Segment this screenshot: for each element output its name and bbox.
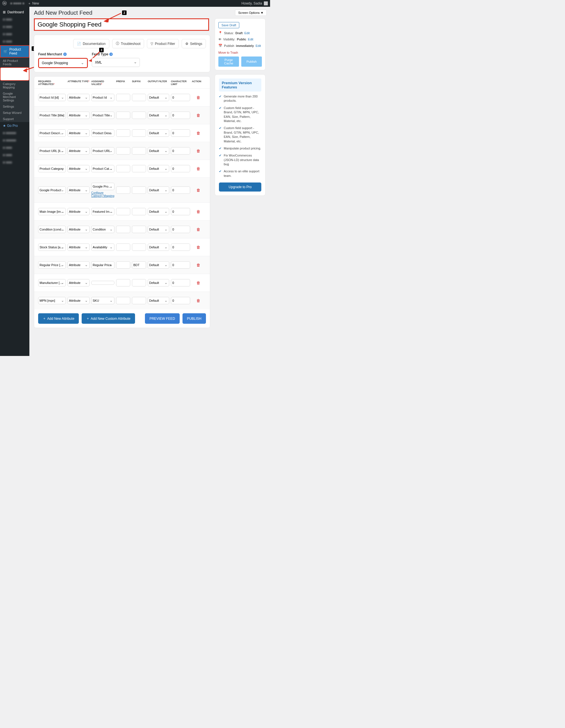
preview-feed-button[interactable]: PREVIEW FEED (145, 313, 180, 324)
new-button[interactable]: ＋New (28, 1, 39, 6)
settings-button[interactable]: ⚙Settings (182, 39, 206, 48)
purge-cache-button[interactable]: Purge Cache (218, 56, 239, 67)
attr-select[interactable]: Manufacturer [brand] (38, 279, 66, 286)
delete-row-button[interactable]: 🗑 (192, 298, 205, 303)
sidebar-support[interactable]: Support (0, 116, 29, 122)
assigned-value-select[interactable]: Product Desc (91, 129, 114, 137)
delete-row-button[interactable]: 🗑 (192, 227, 205, 232)
delete-row-button[interactable]: 🗑 (192, 166, 205, 171)
edit-status-link[interactable]: Edit (244, 31, 250, 35)
prefix-input[interactable] (116, 147, 130, 155)
attr-type-select[interactable]: Attribute (68, 226, 90, 233)
edit-schedule-link[interactable]: Edit (256, 44, 261, 47)
assigned-value-select[interactable]: SKU (91, 297, 114, 304)
prefix-input[interactable] (116, 129, 130, 137)
screen-options-toggle[interactable]: Screen Options ▼ (235, 10, 267, 16)
output-filter-select[interactable]: Default (148, 112, 169, 119)
suffix-input[interactable] (132, 279, 146, 286)
feed-type-select[interactable]: XML (92, 58, 140, 67)
attr-select[interactable]: Main Image [image] (38, 208, 66, 215)
sidebar-category-mapping[interactable]: Category Mapping (0, 81, 29, 90)
char-limit-input[interactable] (171, 186, 190, 194)
troubleshoot-button[interactable]: ⓘTroubleshoot (112, 39, 144, 48)
delete-row-button[interactable]: 🗑 (192, 95, 205, 100)
suffix-input[interactable] (132, 261, 146, 269)
char-limit-input[interactable] (171, 244, 190, 251)
assigned-value-select[interactable]: Product URL (91, 147, 114, 155)
output-filter-select[interactable]: Default (148, 226, 169, 233)
attr-type-select[interactable]: Attribute (68, 279, 90, 286)
sidebar-all-feeds[interactable]: All Product Feeds (0, 58, 29, 67)
sidebar-product-feed[interactable]: 🛒Product Feed (0, 45, 29, 58)
add-custom-attribute-button[interactable]: ＋Add New Custom Attribute (82, 313, 135, 324)
prefix-input[interactable] (116, 279, 130, 286)
attr-select[interactable]: Product Title [title] (38, 112, 66, 119)
publish-feed-button[interactable]: PUBLISH (182, 313, 206, 324)
attr-type-select[interactable]: Attribute (68, 244, 90, 251)
assigned-value-select[interactable]: Product Title (91, 112, 114, 119)
sidebar-add-new-feed[interactable]: Add New Feed (0, 67, 29, 81)
suffix-input[interactable] (132, 129, 146, 137)
attr-type-select[interactable]: Attribute (68, 208, 90, 215)
delete-row-button[interactable]: 🗑 (192, 245, 205, 249)
publish-button[interactable]: Publish (241, 56, 262, 67)
char-limit-input[interactable] (171, 226, 190, 233)
suffix-input[interactable] (132, 244, 146, 251)
prefix-input[interactable] (116, 226, 130, 233)
attr-select[interactable]: Regular Price [price] (38, 261, 66, 269)
char-limit-input[interactable] (171, 147, 190, 155)
suffix-input[interactable] (132, 165, 146, 172)
prefix-input[interactable] (116, 165, 130, 172)
prefix-input[interactable] (116, 297, 130, 304)
delete-row-button[interactable]: 🗑 (192, 188, 205, 192)
char-limit-input[interactable] (171, 112, 190, 119)
attr-select[interactable]: Product Id [id] (38, 94, 66, 101)
sidebar-google-merchant[interactable]: Google Merchant Settings (0, 90, 29, 103)
sidebar-go-pro[interactable]: ★Go Pro (0, 122, 29, 129)
char-limit-input[interactable] (171, 297, 190, 304)
suffix-input[interactable] (132, 94, 146, 101)
output-filter-select[interactable]: Default (148, 129, 169, 137)
attr-select[interactable]: Condition [condition] (38, 226, 66, 233)
attr-select[interactable]: Product Category (38, 165, 66, 172)
assigned-value-select[interactable]: Availability (91, 244, 114, 251)
attr-type-select[interactable]: Attribute (68, 165, 90, 172)
assigned-value-select[interactable]: Condition (91, 226, 114, 233)
attr-select[interactable]: Product Description (38, 129, 66, 137)
move-to-trash-link[interactable]: Move to Trash (218, 51, 262, 54)
output-filter-select[interactable]: Default (148, 186, 169, 194)
output-filter-select[interactable]: Default (148, 147, 169, 155)
attr-type-select[interactable]: Attribute (68, 129, 90, 137)
attr-select[interactable]: Stock Status [availability] (38, 244, 66, 251)
suffix-input[interactable] (132, 147, 146, 155)
upgrade-pro-button[interactable]: Upgrade to Pro (219, 182, 261, 192)
delete-row-button[interactable]: 🗑 (192, 113, 205, 118)
assigned-value-select[interactable]: Regular Price (91, 261, 114, 269)
attr-type-select[interactable]: Attribute (68, 297, 90, 304)
char-limit-input[interactable] (171, 208, 190, 215)
topbar-greeting[interactable]: Howdy, Sadia (242, 1, 268, 5)
output-filter-select[interactable]: Default (148, 165, 169, 172)
configure-mapping-link[interactable]: Configure Category Mapping (91, 191, 114, 197)
char-limit-input[interactable] (171, 129, 190, 137)
assigned-value-select[interactable]: Product Category (91, 165, 114, 172)
suffix-input[interactable] (132, 226, 146, 233)
sidebar-settings[interactable]: Settings (0, 103, 29, 110)
prefix-input[interactable] (116, 112, 130, 119)
output-filter-select[interactable]: Default (148, 297, 169, 304)
attr-select[interactable]: Product URL [link] (38, 147, 66, 155)
delete-row-button[interactable]: 🗑 (192, 281, 205, 285)
sidebar-dashboard[interactable]: ⊞Dashboard (0, 8, 29, 16)
suffix-input[interactable] (132, 208, 146, 215)
assigned-value-select[interactable] (91, 281, 114, 285)
attr-type-select[interactable]: Attribute (68, 112, 90, 119)
prefix-input[interactable] (116, 244, 130, 251)
prefix-input[interactable] (116, 261, 130, 269)
prefix-input[interactable] (116, 208, 130, 215)
output-filter-select[interactable]: Default (148, 279, 169, 286)
attr-type-select[interactable]: Attribute (68, 261, 90, 269)
output-filter-select[interactable]: Default (148, 261, 169, 269)
suffix-input[interactable] (132, 186, 146, 194)
help-icon[interactable]: ? (109, 53, 113, 56)
attr-select[interactable]: Google Product (38, 186, 66, 194)
